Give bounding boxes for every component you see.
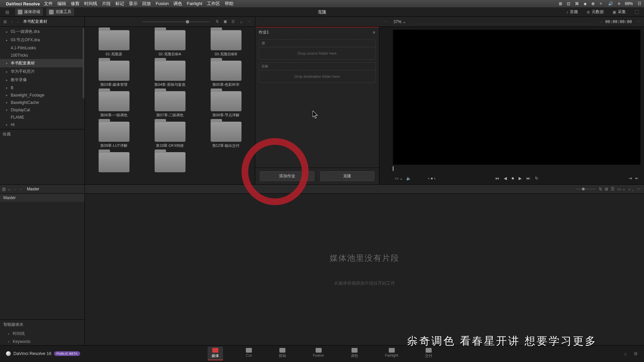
folder[interactable] xyxy=(143,152,197,172)
status-icon[interactable]: ⊕ xyxy=(591,1,595,6)
menu-工作区[interactable]: 工作区 xyxy=(207,1,220,6)
capture-button[interactable]: ▣采集 xyxy=(610,8,629,16)
page-tab-调色[interactable]: 调色 xyxy=(347,347,362,360)
tree-item[interactable]: ▾本书配套素材 xyxy=(0,59,85,67)
close-icon[interactable]: ✕ xyxy=(372,30,376,35)
nav-forward[interactable]: › xyxy=(16,20,20,24)
add-job-button[interactable]: 添加作业 xyxy=(260,171,314,181)
menu-编辑[interactable]: 编辑 xyxy=(57,1,66,6)
marker-nav[interactable]: ‹ ● › xyxy=(428,176,435,181)
page-tab-媒体[interactable]: 媒体 xyxy=(208,347,223,360)
pool-grid-icon[interactable]: ⊞ xyxy=(605,187,608,191)
menu-时间线[interactable]: 时间线 xyxy=(84,1,97,6)
menu-帮助[interactable]: 帮助 xyxy=(225,1,233,6)
menu-片段[interactable]: 片段 xyxy=(102,1,111,6)
menu-修剪[interactable]: 修剪 xyxy=(71,1,79,6)
folder[interactable]: 第04章-剪辑与套底 xyxy=(143,61,197,87)
pool-list-icon[interactable]: ☰ xyxy=(611,187,614,191)
pool-sort-icon[interactable]: ⇅ xyxy=(599,187,602,191)
tree-item[interactable]: ▸B xyxy=(0,84,85,92)
folder[interactable] xyxy=(87,152,141,172)
folder[interactable]: 第07章-二级调色 xyxy=(143,91,197,118)
viewer-more2-icon[interactable]: ⋯ xyxy=(635,19,641,24)
panel-toggle[interactable]: ▤ xyxy=(3,9,12,15)
media-storage-button[interactable]: 媒体存储 xyxy=(15,8,43,16)
status-icon[interactable]: ⌘ xyxy=(575,1,579,6)
list-view-icon[interactable]: ☰ xyxy=(230,19,236,24)
chevron-icon[interactable]: ▸ xyxy=(6,30,9,34)
clone-tool-button[interactable]: 克隆工具 xyxy=(46,8,74,16)
out-point-icon[interactable]: ⇤ xyxy=(635,176,639,181)
nav-back[interactable]: ‹ xyxy=(10,20,14,24)
menu-回放[interactable]: 回放 xyxy=(142,1,151,6)
status-icon[interactable]: ᯤ xyxy=(599,1,603,6)
chevron-icon[interactable]: ▸ xyxy=(6,123,9,126)
app-name[interactable]: DaVinci Resolve xyxy=(6,1,40,6)
status-icon[interactable]: ☷ xyxy=(638,1,641,6)
mute-icon[interactable]: 🔈 xyxy=(406,176,411,181)
chevron-icon[interactable]: ▸ xyxy=(6,94,9,97)
clone-button[interactable]: 克隆 xyxy=(320,171,375,181)
media-pool[interactable]: 媒体池里没有片段 从媒体存储添加片段以开始工作 xyxy=(85,194,644,345)
more-icon[interactable]: ⋯ xyxy=(246,19,252,24)
in-point-icon[interactable]: ⇥ xyxy=(629,176,632,181)
menu-Fairlight[interactable]: Fairlight xyxy=(187,1,202,6)
folder[interactable]: 第08章-节点详解 xyxy=(199,91,253,118)
sort-icon[interactable]: ⇅ xyxy=(214,19,220,24)
tree-item[interactable]: ▸Baselight_Footage xyxy=(0,92,85,99)
status-icon[interactable]: ⊞ xyxy=(559,1,562,6)
viewer-timeline[interactable] xyxy=(393,166,641,171)
grid-view-icon[interactable]: ⊞ xyxy=(222,19,228,24)
next-frame-icon[interactable]: ⏭ xyxy=(526,176,530,181)
tree-item[interactable]: ▸01-一级调色.dra xyxy=(0,27,85,36)
folder[interactable]: 03-克隆目标B xyxy=(199,30,253,57)
menu-标记[interactable]: 标记 xyxy=(115,1,124,6)
tree-item[interactable]: 100Tricks xyxy=(0,52,85,59)
status-icon[interactable]: ◈ xyxy=(584,1,587,6)
folder[interactable]: 第03章-媒体管理 xyxy=(87,61,141,87)
chevron-icon[interactable]: ▸ xyxy=(6,108,9,112)
folder[interactable]: 第12章-输出交付 xyxy=(199,122,253,148)
play-icon[interactable]: ▶ xyxy=(519,176,522,181)
prev-frame-icon[interactable]: ◀ xyxy=(504,176,507,181)
expand-button[interactable]: ⛶ xyxy=(632,8,641,16)
first-frame-icon[interactable]: ⏮ xyxy=(495,176,499,181)
tree-item[interactable]: ▸DisplayCal xyxy=(0,106,85,114)
thumbnail-size-slider[interactable] xyxy=(142,21,209,22)
smart-bin-item[interactable]: ▸Keywords xyxy=(0,338,85,345)
master-bin[interactable]: Master xyxy=(0,194,85,202)
folder[interactable]: 第10章-OFX特效 xyxy=(143,122,197,148)
chevron-icon[interactable]: ▸ xyxy=(6,70,9,73)
status-icon[interactable]: ⊡ xyxy=(567,1,570,6)
search-icon[interactable]: ⌕ xyxy=(238,19,244,24)
tree-item[interactable]: ▸03-节点OFX.dra xyxy=(0,36,85,44)
tree-item[interactable]: FLAME xyxy=(0,114,85,121)
clip-chev-icon[interactable]: ⌄ xyxy=(600,19,603,24)
menu-显示[interactable]: 显示 xyxy=(129,1,138,6)
tree-item[interactable]: 4.1-FilmLooks xyxy=(0,44,85,52)
home-icon[interactable]: ⌂ xyxy=(624,351,627,356)
status-icon[interactable]: 89% xyxy=(625,1,633,6)
settings-icon[interactable]: ⚙ xyxy=(634,351,638,356)
bin-toggle-icon[interactable]: ▥ xyxy=(2,187,6,191)
tree-item[interactable]: ▸Hi xyxy=(0,121,85,128)
bin-back[interactable]: ‹ xyxy=(13,187,17,191)
folder[interactable]: 第06章-一级调色 xyxy=(87,91,141,118)
playhead[interactable] xyxy=(393,166,393,171)
chevron-icon[interactable]: ▸ xyxy=(6,86,9,89)
pool-strip-icon[interactable]: ▭ ⌄ xyxy=(617,187,625,191)
sidebar-toggle[interactable]: ▥ xyxy=(2,19,8,24)
folder[interactable]: 01-克隆源 xyxy=(87,30,141,57)
folder[interactable]: 第05章-色彩科学 xyxy=(199,61,253,87)
page-tab-Fairlight[interactable]: Fairlight xyxy=(381,347,402,360)
pool-thumb-slider[interactable] xyxy=(576,189,596,189)
status-icon[interactable]: ≡ xyxy=(618,1,620,6)
scrollbar-thumb[interactable] xyxy=(83,28,85,99)
page-tab-Fusion[interactable]: Fusion xyxy=(309,347,328,360)
status-icon[interactable]: 🔊 xyxy=(608,1,613,6)
menu-Fusion[interactable]: Fusion xyxy=(156,1,169,6)
tree-item[interactable]: ▸华为手机照片 xyxy=(0,67,85,76)
clone-source-drop[interactable]: 源 Drop source folder here xyxy=(259,39,376,60)
menu-调色[interactable]: 调色 xyxy=(173,1,182,6)
clone-dest-drop[interactable]: 目标 Drop destination folder here xyxy=(259,62,376,83)
